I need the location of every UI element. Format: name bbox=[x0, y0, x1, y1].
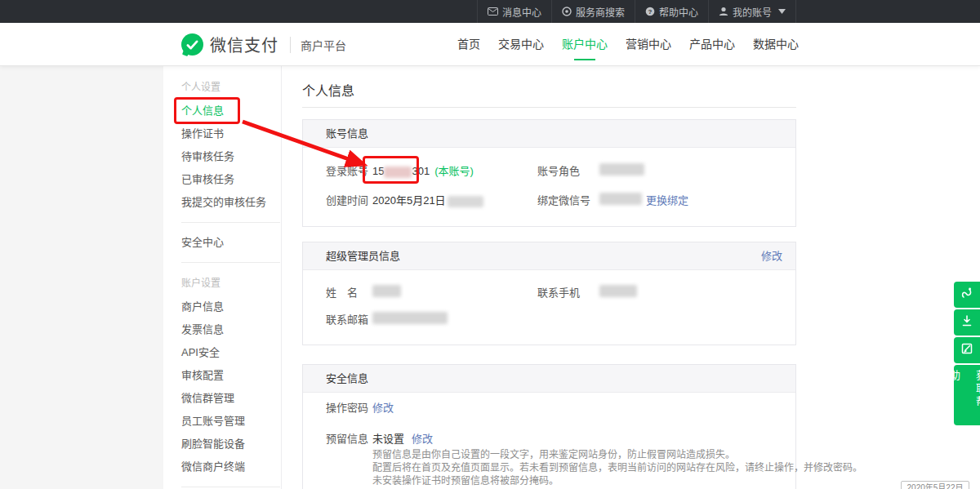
portal-name: 商户平台 bbox=[301, 37, 346, 53]
topbar-menu: 消息中心 服务商搜索 ? 帮助中心 我的账号 bbox=[477, 0, 796, 23]
sidebar-item-invoice-info[interactable]: 发票信息 bbox=[181, 318, 281, 341]
description-line: 未安装操作证书时预留信息将被部分掩码。 bbox=[372, 474, 862, 487]
get-help-label: 获取帮助 bbox=[941, 370, 980, 420]
topbar: 消息中心 服务商搜索 ? 帮助中心 我的账号 bbox=[0, 0, 980, 23]
reserve-info-label: 预留信息 bbox=[326, 430, 368, 446]
chevron-down-icon bbox=[778, 9, 786, 14]
sidebar-item-operation-certificate[interactable]: 操作证书 bbox=[181, 122, 281, 145]
redacted-login-digits bbox=[384, 167, 412, 178]
topbar-service-provider-search[interactable]: 服务商搜索 bbox=[551, 0, 635, 23]
contact-email-label: 联系邮箱 bbox=[326, 311, 368, 327]
rebind-link[interactable]: 更换绑定 bbox=[646, 192, 688, 207]
site-header: 微信支付 商户平台 首页 交易中心 账户中心 营销中心 产品中心 数据中心 bbox=[0, 23, 980, 66]
security-info-section-header: 安全信息 bbox=[303, 365, 795, 393]
edit-icon bbox=[960, 342, 973, 358]
created-time-label: 创建时间 bbox=[326, 192, 368, 207]
description-line: 预留信息是由你自己设置的一段文字，用来鉴定网站身份，防止假冒网站造成损失。 bbox=[372, 448, 862, 461]
current-account-tag: (本账号) bbox=[434, 165, 474, 177]
login-account-prefix: 15 bbox=[372, 165, 384, 177]
contact-phone-label: 联系手机 bbox=[537, 284, 580, 300]
section-title: 账号信息 bbox=[326, 127, 368, 140]
date-badge: 2020年5月22日 bbox=[901, 481, 969, 489]
redacted-email bbox=[372, 312, 448, 324]
sidebar-group-personal-settings: 个人设置 bbox=[181, 75, 281, 100]
nav-product-center[interactable]: 产品中心 bbox=[688, 23, 737, 65]
redacted-phone bbox=[599, 285, 637, 297]
main-nav: 首页 交易中心 账户中心 营销中心 产品中心 数据中心 bbox=[456, 23, 800, 65]
operation-password-label: 操作密码 bbox=[326, 399, 368, 415]
topbar-item-label: 消息中心 bbox=[502, 5, 541, 19]
topbar-message-center[interactable]: 消息中心 bbox=[477, 0, 551, 23]
topbar-my-account[interactable]: 我的账号 bbox=[708, 0, 796, 23]
reserve-info-status: 未设置 bbox=[372, 430, 404, 446]
created-date-text: 2020年5月21日 bbox=[372, 194, 446, 207]
wechat-pay-logo-icon bbox=[181, 33, 203, 56]
edit-password-link[interactable]: 修改 bbox=[372, 399, 394, 415]
sidebar-item-staff-account-management[interactable]: 员工账号管理 bbox=[181, 410, 281, 433]
nav-transaction-center[interactable]: 交易中心 bbox=[497, 23, 546, 65]
feedback-button[interactable] bbox=[954, 337, 980, 363]
edit-reserve-info-link[interactable]: 修改 bbox=[412, 430, 433, 446]
brand-divider bbox=[290, 37, 291, 53]
nav-account-center[interactable]: 账户中心 bbox=[560, 23, 609, 65]
description-line: 配置后将在首页及充值页面显示。若未看到预留信息，表明当前访问的网站存在风险，请终… bbox=[372, 461, 862, 474]
left-gutter bbox=[0, 65, 163, 489]
topbar-item-label: 服务商搜索 bbox=[576, 5, 625, 19]
nav-marketing-center[interactable]: 营销中心 bbox=[624, 23, 673, 65]
login-account-label: 登录账号 bbox=[326, 162, 368, 178]
sidebar-item-api-security[interactable]: API安全 bbox=[181, 341, 281, 364]
brand: 微信支付 商户平台 bbox=[181, 33, 346, 56]
login-account-suffix: 301 bbox=[412, 165, 430, 177]
super-admin-section: 超级管理员信息 修改 姓 名 联系手机 联系邮箱 bbox=[302, 242, 796, 345]
download-button[interactable] bbox=[954, 309, 980, 336]
brand-name: 微信支付 bbox=[210, 33, 278, 56]
title-divider bbox=[302, 107, 796, 108]
sidebar-item-wechat-group-management[interactable]: 微信群管理 bbox=[181, 387, 281, 410]
super-admin-section-header: 超级管理员信息 修改 bbox=[303, 242, 795, 270]
account-info-section: 账号信息 登录账号 15301(本账号) 账号角色 创建时间 2020年5月21… bbox=[302, 119, 796, 227]
mail-icon bbox=[488, 7, 498, 16]
section-title: 安全信息 bbox=[326, 372, 368, 385]
nav-home[interactable]: 首页 bbox=[456, 23, 482, 65]
topbar-help-center[interactable]: ? 帮助中心 bbox=[635, 0, 708, 23]
edit-admin-link[interactable]: 修改 bbox=[761, 242, 782, 270]
question-icon: ? bbox=[645, 7, 655, 16]
hotline-button[interactable] bbox=[954, 282, 980, 308]
name-label: 姓 名 bbox=[326, 284, 358, 300]
svg-text:?: ? bbox=[648, 8, 653, 16]
bound-wechat-label: 绑定微信号 bbox=[537, 192, 590, 207]
sidebar-item-personal-info[interactable]: 个人信息 bbox=[181, 100, 281, 122]
sidebar-item-pending-review-tasks[interactable]: 待审核任务 bbox=[181, 145, 281, 168]
created-time-value: 2020年5月21日 bbox=[372, 192, 483, 207]
hotline-icon bbox=[960, 287, 973, 303]
account-info-section-header: 账号信息 bbox=[303, 120, 795, 148]
sidebar-divider bbox=[181, 222, 280, 223]
redacted-created-time bbox=[448, 196, 483, 207]
redacted-account-role bbox=[599, 163, 644, 176]
sidebar-item-review-config[interactable]: 审核配置 bbox=[181, 364, 281, 387]
get-help-button[interactable]: 获取帮助 bbox=[954, 365, 980, 425]
page-title: 个人信息 bbox=[302, 80, 354, 100]
nav-data-center[interactable]: 数据中心 bbox=[751, 23, 800, 65]
sidebar-item-my-submitted-tasks[interactable]: 我提交的审核任务 bbox=[181, 191, 281, 214]
redacted-wechat-id bbox=[599, 193, 642, 205]
sidebar-item-face-pay-devices[interactable]: 刷脸智能设备 bbox=[181, 433, 281, 456]
sidebar-item-reviewed-tasks[interactable]: 已审核任务 bbox=[181, 168, 281, 191]
login-account-value: 15301(本账号) bbox=[372, 162, 474, 178]
topbar-item-label: 我的账号 bbox=[733, 5, 772, 19]
download-icon bbox=[960, 314, 973, 331]
sidebar-divider bbox=[181, 487, 280, 487]
sidebar-item-security-center[interactable]: 安全中心 bbox=[181, 231, 281, 254]
search-icon bbox=[562, 7, 572, 16]
wechat-pay-merchant-portal: 消息中心 服务商搜索 ? 帮助中心 我的账号 bbox=[0, 0, 980, 489]
sidebar: 个人设置 个人信息 操作证书 待审核任务 已审核任务 我提交的审核任务 安全中心… bbox=[163, 65, 282, 489]
sidebar-group-account-settings: 账户设置 bbox=[181, 271, 281, 296]
sidebar-item-wechat-merchant-terminal[interactable]: 微信商户终端 bbox=[181, 456, 281, 478]
account-role-label: 账号角色 bbox=[537, 162, 580, 178]
reserve-info-description: 预留信息是由你自己设置的一段文字，用来鉴定网站身份，防止假冒网站造成损失。 配置… bbox=[372, 448, 862, 487]
user-icon bbox=[719, 7, 728, 16]
section-title: 超级管理员信息 bbox=[326, 250, 400, 262]
sidebar-item-merchant-info[interactable]: 商户信息 bbox=[181, 296, 281, 318]
sidebar-divider bbox=[181, 262, 280, 263]
security-info-section: 安全信息 操作密码 修改 预留信息 未设置 修改 预留信息是由你自己设置的一段文… bbox=[302, 364, 796, 489]
